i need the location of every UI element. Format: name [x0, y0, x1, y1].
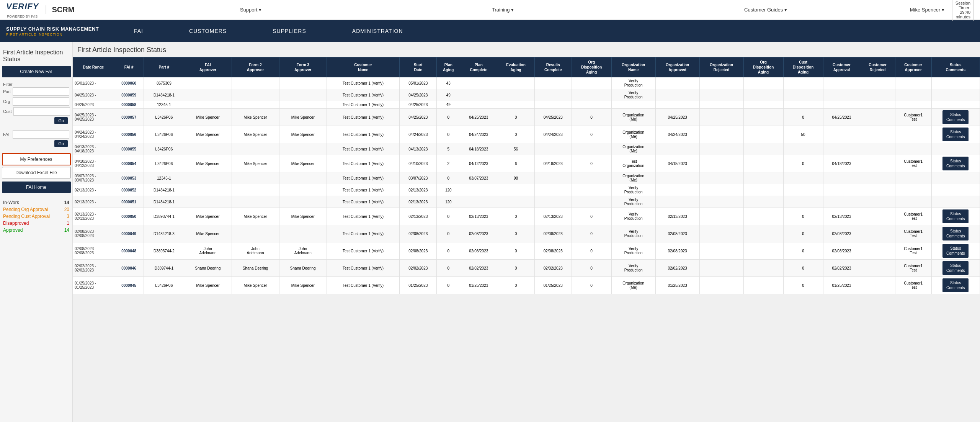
my-preferences-button[interactable]: My Preferences: [2, 153, 71, 165]
secondary-nav-links: FAI CUSTOMERS SUPPLIERS ADMINISTRATION: [111, 20, 980, 42]
table-cell: 0000057: [114, 109, 144, 126]
table-cell: [783, 172, 823, 184]
filter-go-button-1[interactable]: Go: [54, 117, 68, 124]
part-filter-input[interactable]: [13, 87, 69, 96]
table-cell: [860, 184, 895, 196]
table-cell: Mike Spencer: [279, 155, 327, 172]
table-cell: 0: [437, 242, 460, 260]
table-cell: 04/24/2023: [460, 126, 497, 143]
fai-home-button[interactable]: FAI Home: [2, 182, 71, 193]
status-comments-cell: [931, 172, 980, 184]
download-excel-button[interactable]: Download Excel File: [2, 167, 71, 178]
suppliers-nav-link[interactable]: SUPPLIERS: [250, 20, 329, 42]
table-cell: 0: [783, 109, 823, 126]
table-cell: Test Customer 1 (Verify): [327, 277, 400, 294]
status-comments-cell[interactable]: Status Comments: [931, 225, 980, 242]
table-cell: [823, 89, 860, 101]
table-cell: Organization(Me): [611, 143, 655, 155]
status-comments-button[interactable]: Status Comments: [942, 157, 969, 170]
administration-nav-link[interactable]: ADMINISTRATION: [329, 20, 426, 42]
fai-status-table: Date Range FAI # Part # FAIApprover Form…: [73, 57, 980, 294]
status-comments-button[interactable]: Status Comments: [942, 227, 969, 240]
table-cell: [534, 143, 572, 155]
top-navigation: VERIFY POWERED BY IVIS SCRM Support ▾ Tr…: [0, 0, 980, 20]
table-cell: 05/01/2023 -: [73, 77, 114, 89]
table-cell: 120: [437, 196, 460, 208]
status-comments-button[interactable]: Status Comments: [942, 128, 969, 141]
create-fai-button[interactable]: Create New FAI: [2, 66, 71, 77]
status-pending-org: Pending Org Approval 20: [3, 206, 69, 213]
table-cell: 120: [437, 184, 460, 196]
table-cell: 5: [437, 143, 460, 155]
training-nav-link[interactable]: Training ▾: [492, 7, 514, 13]
table-cell: Organization(Me): [611, 109, 655, 126]
table-cell: [232, 172, 279, 184]
sidebar: First Article Inspection Status Create N…: [0, 42, 73, 422]
fai-nav-link[interactable]: FAI: [111, 20, 166, 42]
status-comments-button[interactable]: Status Comments: [942, 244, 969, 258]
support-nav-link[interactable]: Support ▾: [240, 7, 261, 13]
table-cell: [655, 77, 699, 89]
table-row: 05/01/2023 -00000608675309Test Customer …: [73, 77, 980, 89]
table-cell: 0: [572, 242, 611, 260]
customer-guides-nav-link[interactable]: Customer Guides ▾: [744, 7, 787, 13]
customers-nav-link[interactable]: CUSTOMERS: [166, 20, 250, 42]
status-comments-button[interactable]: Status Comments: [942, 278, 969, 292]
table-cell: [860, 277, 895, 294]
table-cell: 43: [437, 77, 460, 89]
table-cell: [232, 101, 279, 109]
status-comments-cell[interactable]: Status Comments: [931, 208, 980, 225]
filter-go-button-2[interactable]: Go: [54, 140, 68, 147]
table-cell: [860, 208, 895, 225]
user-menu[interactable]: Mike Spencer ▾: [910, 7, 944, 13]
table-cell: Test Customer 1 (Verify): [327, 77, 400, 89]
org-filter-input[interactable]: [13, 97, 69, 106]
status-comments-cell[interactable]: Status Comments: [931, 155, 980, 172]
status-comments-button[interactable]: Status Comments: [942, 261, 969, 275]
table-cell: VerifyProduction: [611, 89, 655, 101]
table-cell: 04/25/2023: [534, 109, 572, 126]
table-cell: 01/25/2023: [460, 277, 497, 294]
table-cell: Shana Deering: [232, 260, 279, 277]
status-comments-cell: [931, 89, 980, 101]
table-cell: 0: [783, 208, 823, 225]
table-cell: 03/07/2023: [460, 172, 497, 184]
table-cell: 02/02/2023: [655, 260, 699, 277]
status-comments-cell[interactable]: Status Comments: [931, 126, 980, 143]
status-comments-cell[interactable]: Status Comments: [931, 242, 980, 260]
table-body: 05/01/2023 -00000608675309Test Customer …: [73, 77, 980, 294]
table-cell: 04/25/2023 -04/25/2023: [73, 109, 114, 126]
status-comments-cell: [931, 143, 980, 155]
fai-filter-input[interactable]: [13, 130, 69, 139]
table-cell: [699, 109, 743, 126]
org-filter-row: Org: [3, 97, 69, 106]
status-comments-button[interactable]: Status Comments: [942, 209, 969, 223]
status-comments-cell[interactable]: Status Comments: [931, 260, 980, 277]
table-cell: [743, 208, 783, 225]
table-cell: [232, 77, 279, 89]
table-cell: [895, 172, 931, 184]
status-comments-cell[interactable]: Status Comments: [931, 277, 980, 294]
secondary-navigation: SUPPLY CHAIN RISK MANAGEMENT FIRST ARTIC…: [0, 20, 980, 42]
table-cell: [572, 172, 611, 184]
table-cell: 02/02/2023: [534, 260, 572, 277]
table-cell: 2: [437, 155, 460, 172]
table-cell: 04/25/2023 -: [73, 89, 114, 101]
table-row: 04/24/2023 -04/24/20230000056L3426P06Mik…: [73, 126, 980, 143]
table-cell: 02/02/2023 -02/02/2023: [73, 260, 114, 277]
table-row: 02/13/2023 -0000051D1484218-1Test Custom…: [73, 196, 980, 208]
table-cell: [497, 77, 535, 89]
status-comments-button[interactable]: Status Comments: [942, 110, 969, 124]
table-cell: Test Customer 1 (Verify): [327, 260, 400, 277]
table-cell: Mike Spencer: [232, 109, 279, 126]
status-comments-cell: [931, 196, 980, 208]
cust-filter-input[interactable]: [13, 107, 70, 116]
table-cell: 02/13/2023 -: [73, 184, 114, 196]
table-cell: [699, 143, 743, 155]
status-comments-cell[interactable]: Status Comments: [931, 109, 980, 126]
table-cell: 04/25/2023: [400, 109, 437, 126]
table-cell: [860, 260, 895, 277]
table-cell: Mike Spencer: [279, 109, 327, 126]
table-cell: 0000053: [114, 172, 144, 184]
table-cell: 02/13/2023: [400, 208, 437, 225]
